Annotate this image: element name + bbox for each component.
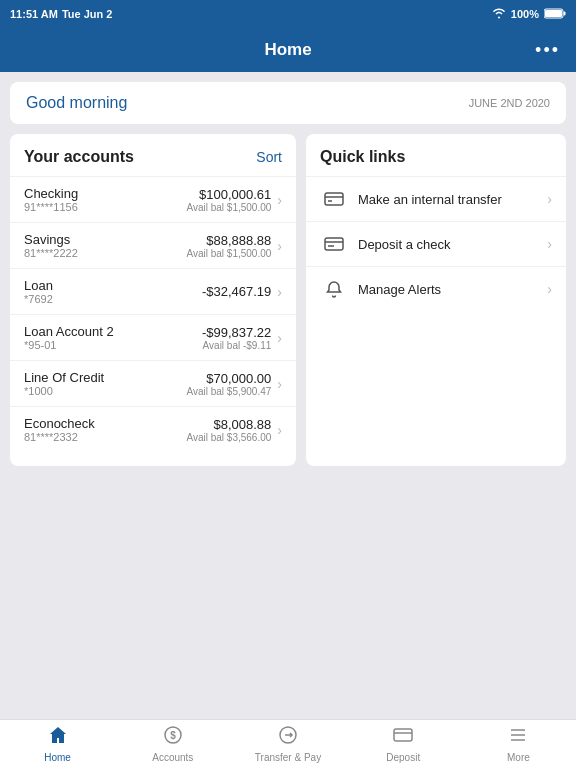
chevron-transfer: › bbox=[547, 191, 552, 207]
quicklinks-header: Quick links bbox=[306, 148, 566, 176]
chevron-loc: › bbox=[277, 376, 282, 392]
chevron-econocheck: › bbox=[277, 422, 282, 438]
quick-item-deposit-check[interactable]: Deposit a check › bbox=[306, 221, 566, 266]
status-time: 11:51 AM bbox=[10, 8, 58, 20]
nav-menu-button[interactable]: ••• bbox=[535, 40, 560, 61]
account-balance-checking: $100,000.61 Avail bal $1,500.00 bbox=[186, 187, 271, 213]
quicklinks-title: Quick links bbox=[320, 148, 405, 166]
status-date: Tue Jun 2 bbox=[62, 8, 113, 20]
account-balance-loan: -$32,467.19 bbox=[202, 284, 271, 299]
account-number-savings: 81****2222 bbox=[24, 247, 186, 259]
svg-text:$: $ bbox=[170, 730, 176, 741]
account-number-checking: 91****1156 bbox=[24, 201, 186, 213]
balance-avail-econocheck: Avail bal $3,566.00 bbox=[186, 432, 271, 443]
chevron-checking: › bbox=[277, 192, 282, 208]
chevron-alerts: › bbox=[547, 281, 552, 297]
account-item-econocheck[interactable]: Econocheck 81****2332 $8,008.88 Avail ba… bbox=[10, 406, 296, 452]
tab-deposit[interactable]: Deposit bbox=[346, 725, 461, 763]
account-balance-econocheck: $8,008.88 Avail bal $3,566.00 bbox=[186, 417, 271, 443]
tab-home[interactable]: Home bbox=[0, 725, 115, 763]
account-item-loan2[interactable]: Loan Account 2 *95-01 -$99,837.22 Avail … bbox=[10, 314, 296, 360]
svg-rect-2 bbox=[545, 10, 562, 17]
battery-percentage: 100% bbox=[511, 8, 539, 20]
account-info-econocheck: Econocheck 81****2332 bbox=[24, 416, 186, 443]
balance-amount-checking: $100,000.61 bbox=[186, 187, 271, 202]
account-item-savings[interactable]: Savings 81****2222 $88,888.88 Avail bal … bbox=[10, 222, 296, 268]
account-name-savings: Savings bbox=[24, 232, 186, 247]
status-left: 11:51 AM Tue Jun 2 bbox=[10, 8, 112, 20]
greeting-date: JUNE 2ND 2020 bbox=[469, 97, 550, 109]
account-balance-savings: $88,888.88 Avail bal $1,500.00 bbox=[186, 233, 271, 259]
account-balance-loan2: -$99,837.22 Avail bal -$9.11 bbox=[202, 325, 271, 351]
battery-icon bbox=[544, 8, 566, 21]
account-number-econocheck: 81****2332 bbox=[24, 431, 186, 443]
tab-bar: Home $ Accounts Transfer & Pay Deposit bbox=[0, 719, 576, 768]
quick-label-alerts: Manage Alerts bbox=[358, 282, 547, 297]
account-info-loc: Line Of Credit *1000 bbox=[24, 370, 186, 397]
nav-title: Home bbox=[264, 40, 311, 60]
main-content: Good morning JUNE 2ND 2020 Your accounts… bbox=[0, 72, 576, 719]
balance-avail-loc: Avail bal $5,900.47 bbox=[186, 386, 271, 397]
account-item-checking[interactable]: Checking 91****1156 $100,000.61 Avail ba… bbox=[10, 176, 296, 222]
columns: Your accounts Sort Checking 91****1156 $… bbox=[10, 134, 566, 466]
quick-label-deposit-check: Deposit a check bbox=[358, 237, 547, 252]
home-icon bbox=[48, 725, 68, 750]
status-bar: 11:51 AM Tue Jun 2 100% bbox=[0, 0, 576, 28]
svg-rect-6 bbox=[325, 238, 343, 250]
sort-button[interactable]: Sort bbox=[256, 149, 282, 165]
account-info-checking: Checking 91****1156 bbox=[24, 186, 186, 213]
account-balance-loc: $70,000.00 Avail bal $5,900.47 bbox=[186, 371, 271, 397]
account-name-checking: Checking bbox=[24, 186, 186, 201]
account-item-loan[interactable]: Loan *7692 -$32,467.19 › bbox=[10, 268, 296, 314]
tab-more-label: More bbox=[507, 752, 530, 763]
svg-rect-3 bbox=[325, 193, 343, 205]
accounts-icon: $ bbox=[163, 725, 183, 750]
account-name-econocheck: Econocheck bbox=[24, 416, 186, 431]
balance-amount-savings: $88,888.88 bbox=[186, 233, 271, 248]
nav-bar: Home ••• bbox=[0, 28, 576, 72]
account-info-savings: Savings 81****2222 bbox=[24, 232, 186, 259]
quick-item-alerts[interactable]: Manage Alerts › bbox=[306, 266, 566, 311]
accounts-title: Your accounts bbox=[24, 148, 134, 166]
transfer-pay-icon bbox=[277, 725, 299, 750]
chevron-loan: › bbox=[277, 284, 282, 300]
chevron-savings: › bbox=[277, 238, 282, 254]
chevron-deposit-check: › bbox=[547, 236, 552, 252]
greeting-text: Good morning bbox=[26, 94, 127, 112]
account-info-loan: Loan *7692 bbox=[24, 278, 202, 305]
transfer-icon bbox=[320, 189, 348, 209]
quicklinks-card: Quick links Make an internal transfer › bbox=[306, 134, 566, 466]
balance-amount-loan2: -$99,837.22 bbox=[202, 325, 271, 340]
deposit-tab-icon bbox=[392, 725, 414, 750]
accounts-header: Your accounts Sort bbox=[10, 148, 296, 176]
svg-rect-1 bbox=[564, 11, 566, 15]
balance-amount-loc: $70,000.00 bbox=[186, 371, 271, 386]
tab-transfer-pay-label: Transfer & Pay bbox=[255, 752, 321, 763]
account-number-loan: *7692 bbox=[24, 293, 202, 305]
account-number-loc: *1000 bbox=[24, 385, 186, 397]
bell-icon bbox=[320, 279, 348, 299]
tab-accounts[interactable]: $ Accounts bbox=[115, 725, 230, 763]
more-icon bbox=[508, 725, 528, 750]
tab-deposit-label: Deposit bbox=[386, 752, 420, 763]
account-name-loc: Line Of Credit bbox=[24, 370, 186, 385]
svg-rect-12 bbox=[394, 729, 412, 741]
greeting-banner: Good morning JUNE 2ND 2020 bbox=[10, 82, 566, 124]
account-name-loan: Loan bbox=[24, 278, 202, 293]
wifi-icon bbox=[492, 8, 506, 21]
tab-transfer-pay[interactable]: Transfer & Pay bbox=[230, 725, 345, 763]
tab-accounts-label: Accounts bbox=[152, 752, 193, 763]
deposit-check-icon bbox=[320, 234, 348, 254]
tab-more[interactable]: More bbox=[461, 725, 576, 763]
quick-item-transfer[interactable]: Make an internal transfer › bbox=[306, 176, 566, 221]
accounts-card: Your accounts Sort Checking 91****1156 $… bbox=[10, 134, 296, 466]
quick-label-transfer: Make an internal transfer bbox=[358, 192, 547, 207]
account-name-loan2: Loan Account 2 bbox=[24, 324, 202, 339]
tab-home-label: Home bbox=[44, 752, 71, 763]
balance-avail-savings: Avail bal $1,500.00 bbox=[186, 248, 271, 259]
balance-avail-loan2: Avail bal -$9.11 bbox=[202, 340, 271, 351]
balance-amount-econocheck: $8,008.88 bbox=[186, 417, 271, 432]
account-number-loan2: *95-01 bbox=[24, 339, 202, 351]
account-item-loc[interactable]: Line Of Credit *1000 $70,000.00 Avail ba… bbox=[10, 360, 296, 406]
account-info-loan2: Loan Account 2 *95-01 bbox=[24, 324, 202, 351]
